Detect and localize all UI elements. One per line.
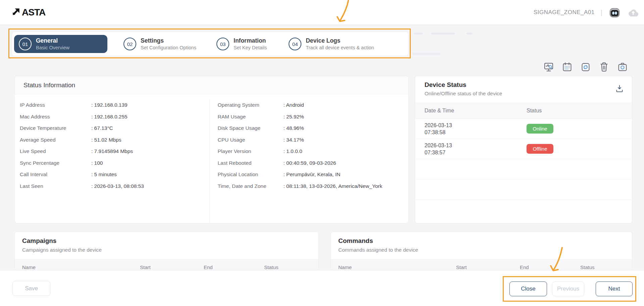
stepper-bar: 01 General Basic Overview 02 Settings Se… [12, 32, 408, 56]
info-row: Average Speed: 51.02 Mbps [20, 134, 209, 146]
device-status-subtitle: Online/Offline status of the device [425, 91, 632, 97]
info-value: : 00:40:59, 09-03-2026 [284, 160, 336, 166]
device-actions-toolbar [544, 62, 628, 72]
screenshot-icon[interactable] [617, 62, 628, 72]
row-time: 07:38:57 [425, 149, 527, 156]
step-title: General [36, 37, 69, 44]
info-value: : 7.9145894 Mbps [91, 148, 133, 154]
step-general[interactable]: 01 General Basic Overview [14, 35, 107, 53]
annotation-arrow-top [335, 0, 351, 26]
screen-activity-search-icon[interactable] [544, 62, 554, 72]
step-number-badge: 01 [19, 38, 32, 50]
sync-icon[interactable] [581, 62, 591, 72]
info-value: : 48.96% [284, 125, 304, 131]
info-label: CPU Usage [218, 137, 284, 143]
commands-title: Commands [331, 232, 632, 245]
previous-button[interactable]: Previous [552, 282, 584, 296]
app-header: ASTA SIGNAGE_ZONE_A01 | [0, 0, 644, 25]
status-info-left-column: IP Address: 192.168.0.139 Mac Address: 1… [15, 99, 209, 223]
step-number-badge: 02 [123, 38, 136, 50]
download-icon[interactable] [615, 84, 624, 94]
info-label: Disk Space Usage [218, 125, 284, 131]
step-subtitle: Basic Overview [36, 45, 69, 51]
table-row: 2026-03-13 07:38:58 Online [415, 119, 632, 139]
column-status: Status [264, 264, 279, 270]
info-row: IP Address: 192.168.0.139 [20, 99, 209, 111]
column-start: Start [456, 264, 520, 270]
step-number-badge: 03 [216, 38, 229, 50]
status-badge: Offline [527, 144, 553, 154]
table-row: 2026-03-13 07:38:57 Offline [415, 139, 632, 159]
column-end: End [204, 264, 264, 270]
info-label: Average Speed [20, 137, 91, 143]
info-row: Player Version: 1.0.0.0 [218, 146, 409, 157]
info-label: Device Temperature [20, 125, 91, 131]
info-row: CPU Usage: 34.17% [218, 134, 409, 146]
empty-table-row [415, 159, 632, 180]
info-row: Physical Location: Perumpāvūr, Kerala, I… [218, 169, 409, 181]
info-value: : 51.02 Mbps [91, 137, 121, 143]
info-label: RAM Usage [218, 114, 284, 120]
info-row: Last Rebooted: 00:40:59, 09-03-2026 [218, 157, 409, 169]
cloud-upload-icon[interactable] [627, 8, 639, 17]
info-label: Live Speed [20, 148, 91, 154]
step-information[interactable]: 03 Information Set Key Details [216, 37, 267, 51]
delete-icon[interactable] [599, 62, 609, 72]
asta-logo[interactable]: ASTA [12, 7, 45, 18]
info-label: Last Rebooted [218, 160, 284, 166]
annotation-arrow-bottom [547, 247, 565, 274]
campaigns-table-header: Name Start End Status [15, 259, 318, 270]
info-label: IP Address [20, 102, 91, 108]
info-row: Call Interval: 5 minutes [20, 169, 209, 181]
info-label: Sync Percentage [20, 160, 91, 166]
commands-card: Commands Commands assigned to the device… [331, 232, 632, 270]
calendar-icon[interactable] [562, 62, 572, 72]
logo-arrow-icon [12, 7, 20, 17]
step-device-logs[interactable]: 04 Device Logs Track all device events &… [289, 37, 374, 51]
info-row: Live Speed: 7.9145894 Mbps [20, 146, 209, 157]
info-value: : 2026-03-13, 08:08:53 [91, 183, 144, 189]
zone-label: SIGNAGE_ZONE_A01 [534, 9, 595, 16]
info-row: Device Temperature: 67.13°C [20, 122, 209, 134]
info-value: : 5 minutes [91, 171, 117, 177]
status-info-right-column: Operating System: Android RAM Usage: 25.… [209, 99, 409, 223]
skeleton-fragment [431, 33, 455, 35]
info-value: : 100 [91, 160, 103, 166]
step-subtitle: Track all device events & action [306, 45, 374, 51]
device-status-table-header: Date & Time Status [415, 103, 632, 119]
info-row: Last Seen: 2026-03-13, 08:08:53 [20, 181, 209, 192]
device-status-card: Device Status Online/Offline status of t… [415, 76, 632, 223]
info-label: Time, Date and Zone [218, 183, 284, 189]
row-date: 2026-03-13 [425, 122, 527, 129]
logo-text: ASTA [22, 7, 45, 18]
campaigns-subtitle: Campaigns assigned to the device [15, 245, 318, 253]
info-row: Operating System: Android [218, 99, 409, 111]
step-number-badge: 04 [289, 38, 301, 50]
info-value: : 08:11:38, 13-03-2026, America/New_York [284, 183, 383, 189]
info-label: Player Version [218, 148, 284, 154]
robot-avatar-icon[interactable] [608, 7, 621, 18]
column-status: Status [527, 108, 542, 114]
empty-table-row [415, 180, 632, 200]
info-row: Mac Address: 192.168.0.255 [20, 111, 209, 123]
save-button[interactable]: Save [12, 281, 50, 296]
skeleton-fragment [414, 33, 423, 35]
info-row: Disk Space Usage: 48.96% [218, 122, 409, 134]
campaigns-card: Campaigns Campaigns assigned to the devi… [14, 232, 319, 270]
info-label: Call Interval [20, 171, 91, 177]
close-button[interactable]: Close [509, 282, 547, 296]
annotation-box-nav-buttons: Close Previous Next [503, 276, 636, 302]
skeleton-fragment [412, 53, 441, 55]
step-settings[interactable]: 02 Settings Set Configuration Options [123, 37, 196, 51]
next-button[interactable]: Next [596, 282, 633, 296]
info-value: : 25.92% [284, 114, 304, 120]
status-badge: Online [527, 124, 553, 134]
info-row: RAM Usage: 25.92% [218, 111, 409, 123]
step-title: Information [234, 37, 267, 44]
step-subtitle: Set Key Details [234, 45, 267, 51]
commands-table-header: Name Start End Status [331, 259, 632, 270]
info-value: : Perumpāvūr, Kerala, IN [284, 171, 341, 177]
info-value: : 192.168.0.255 [91, 114, 128, 120]
column-status: Status [580, 264, 595, 270]
column-name: Name [22, 264, 140, 270]
